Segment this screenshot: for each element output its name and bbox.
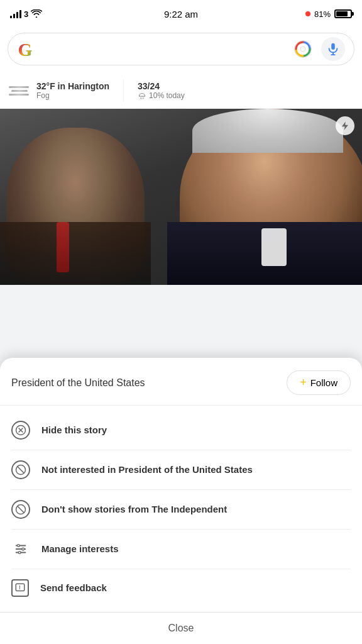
status-bar: 3 9:22 am 81% xyxy=(0,0,362,28)
battery-fill xyxy=(336,11,348,16)
svg-point-3 xyxy=(300,47,305,52)
follow-label: Follow xyxy=(310,377,337,388)
svg-point-19 xyxy=(18,552,21,554)
svg-point-17 xyxy=(18,545,20,547)
follow-plus-icon: + xyxy=(300,376,307,389)
weather-temp-left: 32°F in Harington xyxy=(36,81,109,91)
menu-item-dont-show[interactable]: Don't show stories from The Independent xyxy=(0,490,362,529)
menu-item-not-interested[interactable]: Not interested in President of the Unite… xyxy=(0,450,362,489)
google-g-icon: G G xyxy=(17,38,40,60)
circle-slash-icon-1 xyxy=(11,460,30,479)
weather-desc-right: 10% today xyxy=(138,91,185,100)
menu-text-hide: Hide this story xyxy=(41,424,107,436)
feedback-svg: ! xyxy=(14,582,26,594)
topic-header: President of the United States + Follow xyxy=(0,358,362,406)
microphone-svg xyxy=(326,42,340,56)
battery-pct: 81% xyxy=(314,9,331,19)
battery-icon xyxy=(334,9,352,18)
signal-bars xyxy=(10,9,21,18)
sliders-svg xyxy=(14,542,28,556)
news-image-bg xyxy=(0,109,362,285)
x-icon xyxy=(15,425,26,436)
svg-line-13 xyxy=(18,506,25,513)
menu-item-feedback[interactable]: ! Send feedback xyxy=(0,569,362,607)
weather-left: 32°F in Harington Fog xyxy=(36,81,109,100)
slash-icon-1 xyxy=(15,464,26,475)
weather-temp-right: 33/24 xyxy=(138,81,185,91)
lightning-badge[interactable] xyxy=(336,116,354,135)
weather-divider xyxy=(123,79,124,102)
menu-text-manage: Manage interests xyxy=(41,543,119,555)
menu-text-dont-show: Don't show stories from The Independent xyxy=(41,503,227,516)
google-lens-svg xyxy=(294,40,312,58)
weather-fog-icon xyxy=(9,86,29,96)
status-time: 9:22 am xyxy=(164,9,198,19)
weather-desc-left: Fog xyxy=(36,91,109,100)
network-type: 3 xyxy=(24,9,28,19)
menu-item-hide[interactable]: Hide this story xyxy=(0,411,362,450)
status-right: 81% xyxy=(305,9,352,19)
search-bar[interactable]: G G xyxy=(8,33,354,65)
svg-point-18 xyxy=(22,548,25,550)
feedback-icon: ! xyxy=(11,579,29,597)
svg-rect-4 xyxy=(331,43,335,50)
menu-text-feedback: Send feedback xyxy=(40,582,107,594)
wifi-icon xyxy=(31,9,42,18)
circle-x-icon xyxy=(11,421,30,440)
close-label: Close xyxy=(168,623,194,633)
news-image xyxy=(0,109,362,285)
sliders-icon xyxy=(11,540,30,558)
svg-line-11 xyxy=(18,467,25,474)
google-logo: G G xyxy=(17,38,40,60)
circle-slash-icon-2 xyxy=(11,500,30,519)
bottom-sheet: President of the United States + Follow … xyxy=(0,358,362,644)
slash-icon-2 xyxy=(15,504,26,515)
battery-dot xyxy=(305,11,310,16)
status-left: 3 xyxy=(10,9,42,19)
weather-strip: 32°F in Harington Fog 33/24 10% today xyxy=(0,73,362,109)
menu-text-not-interested: Not interested in President of the Unite… xyxy=(41,464,253,476)
weather-right: 33/24 10% today xyxy=(138,81,185,100)
close-button[interactable]: Close xyxy=(0,613,362,644)
rain-icon xyxy=(138,91,146,100)
svg-text:!: ! xyxy=(19,585,21,591)
mic-icon[interactable] xyxy=(321,37,345,61)
menu-item-manage[interactable]: Manage interests xyxy=(0,530,362,569)
svg-text:G: G xyxy=(18,40,32,60)
topic-title: President of the United States xyxy=(11,377,145,389)
lightning-icon xyxy=(340,121,350,131)
menu-list: Hide this story Not interested in Presid… xyxy=(0,406,362,612)
follow-button[interactable]: + Follow xyxy=(287,370,351,395)
search-bar-container: G G xyxy=(0,28,362,73)
lens-icon[interactable] xyxy=(291,37,315,61)
